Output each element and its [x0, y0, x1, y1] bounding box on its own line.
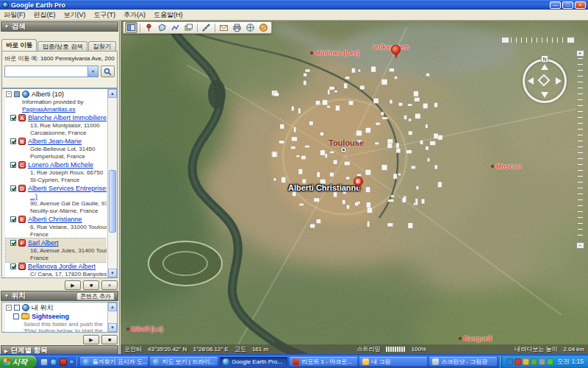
places-panel-header[interactable]: ▼ 위치 콘텐츠 추가 [1, 291, 118, 301]
checkbox-icon[interactable] [13, 314, 19, 319]
menu-item[interactable]: 보기(V) [64, 10, 86, 20]
result-title-link[interactable]: Alberti Jean-Marie [28, 138, 82, 145]
result-title-link[interactable]: Lonero Alberti Michele [28, 161, 93, 169]
result-title-link[interactable]: Alberti Christianne [28, 216, 82, 223]
search-tab[interactable]: 업종/상호 검색 [37, 41, 87, 52]
search-results-group-row[interactable]: −Alberti (10) [6, 90, 107, 99]
add-polygon-button[interactable] [156, 22, 168, 33]
sky-button[interactable] [257, 22, 270, 33]
north-button[interactable]: N [541, 55, 548, 63]
internet-explorer-icon[interactable] [50, 358, 57, 366]
search-result-item[interactable]: GBellanova Jordie AlbertC/ Cana, 17, 178… [6, 262, 107, 277]
checkbox-icon[interactable] [14, 91, 20, 97]
tilt-up-button[interactable] [567, 37, 575, 43]
look-left-arrow-icon[interactable] [528, 77, 534, 85]
sidebar-toggle-button[interactable] [125, 22, 137, 33]
taskbar-task-button[interactable]: 리포트 1 - 아크로... [290, 357, 357, 367]
search-result-item[interactable]: CLonero Alberti Michele1, Rue Joseph Rou… [6, 160, 107, 184]
look-up-arrow-icon[interactable] [541, 64, 548, 70]
minimize-button[interactable]: — [550, 1, 561, 9]
play-tour-button[interactable]: ▶ [65, 280, 81, 290]
menu-item[interactable]: 도움말(H) [154, 10, 183, 20]
layers-panel-header[interactable]: ▶ 단계별 항목 [1, 345, 118, 354]
scroll-down-arrow[interactable]: ▼ [108, 323, 117, 332]
tilt-track[interactable] [511, 38, 565, 43]
checkbox-icon[interactable] [10, 162, 16, 168]
result-title-link[interactable]: Alberti Services Entreprises (les [28, 185, 107, 192]
zoom-track[interactable] [578, 58, 583, 241]
add-content-button[interactable]: 콘텐츠 추가 [76, 292, 115, 300]
zoom-slider[interactable]: + − [576, 50, 584, 249]
search-result-item[interactable]: EAlberti Christianne6, Rue Velane, 31000… [6, 215, 107, 238]
look-down-arrow-icon[interactable] [541, 92, 548, 98]
expander-icon[interactable]: − [6, 91, 12, 97]
scroll-down-arrow[interactable]: ▼ [108, 269, 117, 277]
security-alert-icon[interactable] [514, 358, 521, 365]
acrobat-icon[interactable] [60, 358, 67, 366]
menu-item[interactable]: 편집(E) [34, 10, 56, 20]
results-scrollbar[interactable]: ▲ ▼ [107, 89, 117, 277]
result-title-link[interactable]: Blanche Albert Immobiliere [28, 114, 107, 121]
search-result-item[interactable]: ABlanche Albert Immobiliere13, Rue Montp… [6, 113, 107, 137]
taskbar-task-button[interactable]: 지도 보기 | 드라이... [150, 357, 218, 367]
checkbox-icon[interactable] [10, 185, 16, 191]
checkbox-icon[interactable] [10, 240, 16, 246]
places-scrollbar[interactable]: ▲ ▼ [107, 302, 117, 332]
tilt-slider[interactable] [501, 37, 575, 43]
update-icon[interactable] [547, 358, 553, 365]
search-result-item[interactable]: BAlberti Jean-MarieGde-Bellevue Lot, 314… [6, 137, 107, 160]
scroll-up-arrow[interactable]: ▲ [108, 89, 117, 98]
quick-launch-overflow-icon[interactable]: » [70, 358, 73, 365]
menu-item[interactable]: 파일(F) [4, 10, 26, 20]
add-image-overlay-button[interactable] [182, 22, 195, 33]
result-title-link[interactable]: Sarl Albert [28, 239, 59, 247]
search-result-item[interactable]: FSarl Albert16, Avenue Jules, 31400 Toul… [6, 238, 107, 262]
print-button[interactable] [231, 22, 243, 33]
tilt-down-button[interactable] [501, 37, 509, 43]
look-right-arrow-icon[interactable] [556, 77, 562, 85]
checkbox-icon[interactable] [14, 305, 20, 311]
email-button[interactable] [218, 22, 230, 33]
expander-icon[interactable]: − [6, 305, 12, 311]
result-more-link[interactable]: ...) [10, 193, 107, 200]
stop-tour-button[interactable]: ■ [83, 280, 99, 290]
start-button[interactable]: 시작 [0, 355, 37, 368]
scrollbar-thumb[interactable] [109, 170, 116, 233]
usb-icon[interactable] [539, 358, 545, 365]
checkbox-icon[interactable] [10, 216, 16, 222]
my-places-row[interactable]: − 내 위치 [6, 303, 107, 312]
compass-navigator[interactable]: N [523, 59, 567, 103]
search-panel-header[interactable]: ▼ 검색 [1, 21, 118, 32]
maximize-button[interactable]: □ [562, 1, 573, 9]
taskbar-task-button[interactable]: 스크린샷 - 그림판 [429, 357, 497, 367]
flyto-input[interactable] [4, 66, 88, 77]
clear-results-button[interactable]: × [101, 280, 118, 290]
add-placemark-button[interactable] [143, 22, 155, 33]
menu-item[interactable]: 추가(A) [123, 10, 146, 20]
view-in-maps-button[interactable] [244, 22, 257, 33]
close-button[interactable]: × [575, 1, 586, 9]
scroll-up-arrow[interactable]: ▲ [108, 302, 117, 311]
search-result-item[interactable]: DAlberti Services Entreprises (les...)90… [6, 184, 107, 215]
alberti-christianne-marker[interactable]: E [354, 177, 363, 186]
dropdown-button[interactable]: ▼ [88, 66, 98, 77]
stop-tour-button[interactable]: ■ [101, 335, 118, 344]
result-title-link[interactable]: Bellanova Jordie Albert [28, 263, 96, 270]
map-viewport[interactable]: N + − Minimes (Les)VolksystemToulouseMos… [121, 21, 588, 354]
measure-button[interactable] [200, 22, 212, 33]
checkbox-icon[interactable] [10, 263, 16, 269]
volume-icon[interactable] [523, 358, 529, 365]
toulouse-marker[interactable] [341, 147, 346, 152]
show-desktop-icon[interactable] [40, 358, 48, 366]
checkbox-icon[interactable] [10, 138, 16, 144]
search-tab[interactable]: 바로 이동 [1, 39, 37, 52]
checkbox-icon[interactable] [10, 115, 16, 121]
taskbar-task-button[interactable]: Google Earth Pro... [220, 357, 287, 367]
volksystem-marker[interactable] [391, 45, 401, 54]
provider-link[interactable]: PaginasAmarillas.es [6, 106, 107, 113]
add-path-button[interactable] [169, 22, 182, 33]
sightseeing-row[interactable]: Sightseeing [6, 312, 107, 321]
search-tab[interactable]: 길찾기 [88, 41, 116, 52]
menu-item[interactable]: 도구(T) [94, 10, 116, 20]
search-button[interactable] [101, 66, 115, 77]
